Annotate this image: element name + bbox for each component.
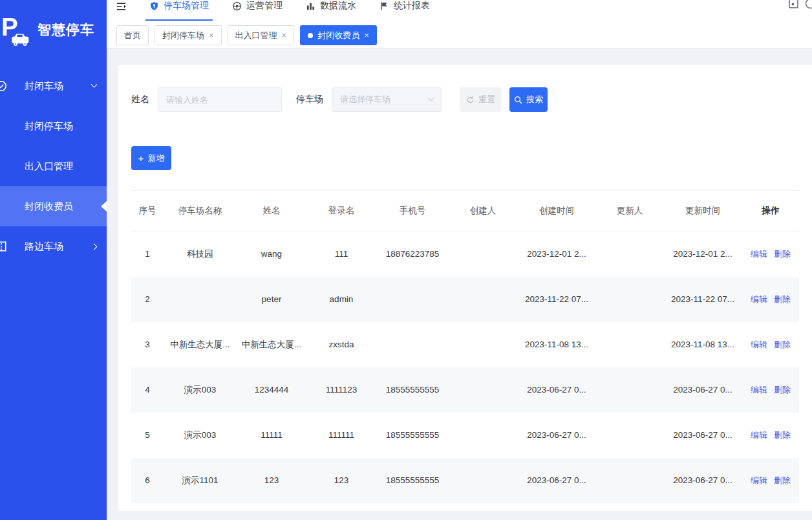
edit-link[interactable]: 编辑 (751, 340, 767, 349)
add-button[interactable]: + 新增 (131, 146, 171, 170)
avatar-icon[interactable] (805, 0, 812, 12)
cell-person-name: 中新生态大厦... (237, 322, 306, 367)
bar-chart-icon (306, 1, 315, 11)
column-header: 登录名 (306, 191, 376, 232)
topnav-item-statistics-report[interactable]: 统计报表 (376, 0, 434, 21)
sidebar-item-roadside-parking[interactable]: 路边车场 (0, 226, 107, 266)
column-header: 姓名 (237, 191, 306, 232)
fullscreen-icon[interactable] (789, 0, 798, 11)
cell-phone (376, 277, 449, 322)
sidebar: P 智慧停车 封闭车场封闭停车场出入口管理封闭收费员路边车场 (0, 0, 107, 520)
name-input[interactable] (158, 87, 282, 112)
cell-phone: 18555555555 (376, 367, 449, 413)
cell-login-name: 123 (306, 458, 376, 503)
tab-home[interactable]: 首页 (116, 25, 149, 45)
tab-close-icon[interactable]: × (282, 31, 287, 39)
cell-updater (596, 458, 663, 503)
tab-closed-parking-lot[interactable]: 封闭停车场× (155, 25, 222, 45)
name-label: 姓名 (131, 94, 149, 105)
column-header: 操作 (742, 191, 799, 232)
table-row: 2peteradmin2023-11-22 07...2023-11-22 07… (131, 277, 799, 322)
cell-login-name: 1111123 (306, 367, 376, 413)
topnav-item-data-flow[interactable]: 数据流水 (302, 0, 360, 21)
top-navbar: 停车场管理运营管理数据流水统计报表 (107, 0, 812, 22)
cell-seq: 5 (131, 413, 164, 458)
delete-link[interactable]: 删除 (774, 430, 791, 440)
cell-seq: 3 (131, 322, 164, 367)
brand-title: 智慧停车 (37, 21, 94, 39)
cell-update-time: 2023-11-08 13... (663, 322, 742, 367)
column-header: 停车场名称 (164, 191, 237, 232)
cell-update-time: 2023-12-01 2... (663, 232, 742, 277)
collapse-menu-icon[interactable] (115, 1, 127, 12)
roadside-parking-icon (0, 241, 7, 252)
cell-updater (596, 367, 663, 413)
topnav-item-operations-management[interactable]: 运营管理 (228, 0, 286, 21)
cell-person-name: 11111 (237, 413, 306, 458)
sidebar-item-label: 路边车场 (25, 241, 63, 253)
flag-icon (379, 1, 389, 11)
shield-icon (149, 1, 159, 11)
sidebar-item-entrance-exit-management[interactable]: 出入口管理 (0, 146, 107, 186)
cell-actions: 编辑删除 (742, 277, 799, 322)
cell-creator (449, 458, 517, 503)
cell-park-name: 演示003 (164, 413, 237, 458)
sidebar-item-label: 出入口管理 (25, 160, 73, 173)
tab-close-icon[interactable]: × (364, 31, 369, 39)
tab-label: 封闭收费员 (317, 30, 359, 41)
table-header-row: 序号停车场名称姓名登录名手机号创建人创建时间更新人更新时间操作 (131, 191, 799, 232)
topnav-items: 停车场管理运营管理数据流水统计报表 (145, 0, 449, 21)
cell-updater (596, 277, 663, 322)
topnav-item-label: 统计报表 (394, 0, 430, 12)
topnav-item-parking-management[interactable]: 停车场管理 (145, 0, 213, 21)
brand-logo: P 智慧停车 (0, 0, 107, 60)
cell-create-time: 2023-06-27 0... (517, 367, 596, 413)
search-button[interactable]: 搜索 (509, 87, 548, 112)
search-icon (514, 96, 522, 104)
tab-close-icon[interactable]: × (209, 31, 214, 39)
table-row: 1科技园wang111188762237852023-12-01 2...202… (131, 232, 799, 277)
cell-creator (449, 232, 517, 277)
edit-link[interactable]: 编辑 (751, 294, 767, 304)
page-background: 姓名 停车场 请选择停车场 重置 搜索 + 新增 (107, 49, 812, 520)
cell-update-time: 2023-06-27 0... (663, 413, 742, 458)
edit-link[interactable]: 编辑 (751, 430, 767, 440)
parking-lot-label: 停车场 (296, 94, 323, 105)
column-header: 创建人 (449, 191, 517, 232)
sidebar-item-closed-parking-lot[interactable]: 封闭停车场 (0, 106, 107, 146)
delete-link[interactable]: 删除 (774, 340, 791, 349)
cell-person-name: 123 (237, 458, 306, 503)
sidebar-item-label: 封闭停车场 (25, 120, 73, 133)
delete-link[interactable]: 删除 (774, 385, 791, 395)
parking-lot-select[interactable]: 请选择停车场 (332, 87, 442, 112)
delete-link[interactable]: 删除 (774, 294, 791, 304)
edit-link[interactable]: 编辑 (751, 475, 767, 485)
table-row: 5演示00311111111111185555555552023-06-27 0… (131, 413, 799, 458)
cell-update-time: 2023-06-27 0... (663, 367, 742, 413)
topnav-item-label: 数据流水 (320, 0, 356, 12)
refresh-icon (466, 96, 475, 104)
edit-link[interactable]: 编辑 (751, 249, 767, 259)
topnav-item-label: 停车场管理 (164, 0, 209, 12)
parking-car-logo-icon: P (1, 12, 34, 48)
cell-updater (596, 322, 663, 367)
cell-update-time: 2023-06-27 0... (663, 458, 742, 503)
cell-park-name: 演示003 (164, 367, 237, 413)
edit-link[interactable]: 编辑 (751, 385, 767, 395)
tab-closed-toll-collector[interactable]: 封闭收费员× (300, 25, 377, 45)
tab-entrance-exit-management[interactable]: 出入口管理× (228, 25, 295, 45)
active-tab-dot-icon (308, 33, 313, 38)
cell-create-time: 2023-11-08 13... (517, 322, 596, 367)
delete-link[interactable]: 删除 (774, 475, 791, 485)
tab-bar: 首页封闭停车场×出入口管理×封闭收费员× (107, 22, 812, 49)
cell-park-name (164, 277, 237, 322)
column-header: 手机号 (376, 191, 449, 232)
closed-parking-icon (0, 80, 7, 92)
sidebar-item-closed-toll-collector[interactable]: 封闭收费员 (0, 186, 107, 226)
search-form: 姓名 停车场 请选择停车场 重置 搜索 (131, 87, 799, 112)
sidebar-item-closed-parking[interactable]: 封闭车场 (0, 66, 107, 106)
delete-link[interactable]: 删除 (774, 249, 791, 259)
reset-button[interactable]: 重置 (460, 87, 502, 112)
cell-phone: 18555555555 (376, 413, 449, 458)
cell-actions: 编辑删除 (742, 322, 799, 367)
